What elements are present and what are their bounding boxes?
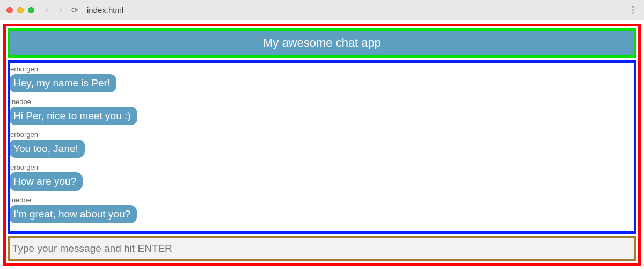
reload-icon[interactable]: ⟳ [70, 5, 79, 15]
message-bubble: I'm great, how about you? [9, 205, 137, 223]
message-input[interactable] [10, 238, 634, 259]
message-username: erborgen [10, 163, 633, 171]
message-item: inedoe I'm great, how about you? [8, 196, 633, 223]
input-container [8, 236, 636, 261]
window-controls [6, 7, 34, 13]
message-bubble: You too, Jane! [9, 140, 85, 158]
minimize-icon[interactable] [17, 7, 24, 13]
close-icon[interactable] [6, 7, 13, 13]
message-username: inedoe [10, 98, 633, 106]
message-bubble: Hey, my name is Per! [9, 74, 116, 92]
app-container: My awesome chat app erborgen Hey, my nam… [3, 24, 641, 266]
message-username: erborgen [10, 65, 633, 73]
messages-list: erborgen Hey, my name is Per! inedoe Hi … [8, 60, 636, 234]
app-title: My awesome chat app [10, 31, 634, 55]
message-item: erborgen You too, Jane! [8, 130, 633, 158]
url-bar[interactable]: index.html [84, 5, 624, 14]
maximize-icon[interactable] [28, 7, 34, 13]
back-icon[interactable]: ‹ [42, 4, 52, 16]
browser-toolbar: ‹ › ⟳ index.html [0, 0, 644, 20]
message-item: erborgen How are you? [8, 163, 633, 191]
menu-icon[interactable] [628, 6, 638, 14]
forward-icon[interactable]: › [56, 4, 65, 16]
message-username: erborgen [10, 130, 633, 139]
header-container: My awesome chat app [8, 28, 636, 58]
message-username: inedoe [10, 196, 633, 204]
message-bubble: Hi Per, nice to meet you :) [9, 107, 137, 125]
message-item: erborgen Hey, my name is Per! [8, 65, 633, 92]
message-item: inedoe Hi Per, nice to meet you :) [8, 98, 633, 125]
message-bubble: How are you? [9, 172, 83, 191]
